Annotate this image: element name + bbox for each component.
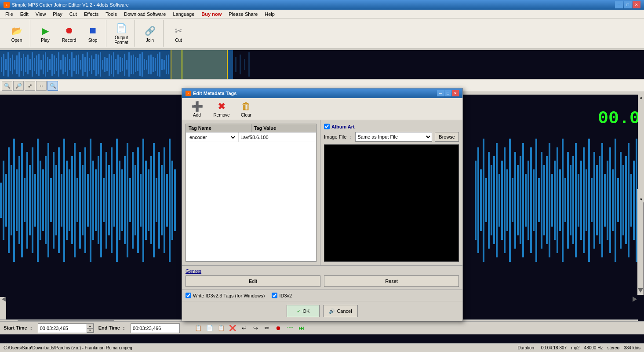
ok-button[interactable]: ✓ OK	[287, 305, 320, 317]
id3v2-checkbox[interactable]	[272, 293, 277, 298]
album-art-preview	[324, 144, 459, 262]
add-tag-label: Add	[193, 113, 201, 117]
album-art-label: Album Art	[331, 124, 355, 129]
dialog-minimize-button[interactable]: ─	[437, 90, 444, 96]
cancel-button[interactable]: 🔊 Cancel	[323, 305, 357, 317]
col-tag-value: Tag Value	[251, 124, 317, 132]
table-row: encoder title artist album year comment …	[186, 132, 316, 142]
id3-options: Write ID3v2.3 Tags (for Windows) ID3v2	[182, 290, 462, 301]
remove-tag-button[interactable]: ✖ Remove	[210, 100, 233, 118]
dialog-window-controls: ─ □ ✕	[437, 90, 459, 96]
genres-section: Genres Edit Reset	[182, 265, 462, 290]
cancel-label: Cancel	[337, 308, 352, 314]
id3v2-label: ID3v2	[279, 293, 292, 298]
tag-name-select[interactable]: encoder title artist album year comment …	[188, 134, 236, 140]
tag-value-text: Lavf58.6.100	[240, 135, 269, 140]
ok-label: OK	[302, 308, 309, 314]
write-id3v23-label: Write ID3v2.3 Tags (for Windows)	[193, 293, 265, 298]
clear-tags-label: Clear	[241, 113, 251, 117]
album-art-section: Album Art	[324, 124, 459, 129]
image-file-label: Image File ：	[324, 134, 353, 140]
genres-label[interactable]: Genres	[186, 268, 459, 274]
dialog-body: Tag Name Tag Value encoder title artist …	[182, 120, 462, 265]
tag-name-cell[interactable]: encoder title artist album year comment …	[186, 132, 239, 142]
tag-table-header: Tag Name Tag Value	[186, 124, 317, 132]
dialog-close-button[interactable]: ✕	[452, 90, 459, 96]
album-art-panel: Album Art Image File ： Same as Input Fil…	[320, 120, 462, 265]
write-id3v23-option: Write ID3v2.3 Tags (for Windows)	[186, 293, 265, 298]
cancel-icon: 🔊	[329, 308, 335, 314]
tag-panel: Tag Name Tag Value encoder title artist …	[182, 120, 320, 265]
col-tag-name: Tag Name	[186, 124, 251, 132]
write-id3v23-checkbox[interactable]	[186, 293, 191, 298]
clear-tags-button[interactable]: 🗑 Clear	[235, 100, 258, 118]
dialog-footer: ✓ OK 🔊 Cancel	[182, 301, 462, 321]
tag-value-cell: Lavf58.6.100	[239, 132, 316, 142]
image-file-row: Image File ： Same as Input File Custom F…	[324, 132, 459, 142]
genres-reset-button[interactable]: Reset	[324, 275, 459, 287]
ok-icon: ✓	[297, 308, 301, 314]
dialog-title-icon: ♪	[186, 91, 191, 96]
remove-tag-icon: ✖	[218, 101, 226, 112]
album-art-checkbox[interactable]	[324, 124, 330, 129]
remove-tag-label: Remove	[213, 113, 229, 117]
edit-metadata-dialog: ♪ Edit Metadata Tags ─ □ ✕ ➕ Add ✖ Remov…	[182, 88, 463, 321]
dialog-title-bar: ♪ Edit Metadata Tags ─ □ ✕	[182, 88, 462, 98]
genres-buttons: Edit Reset	[186, 275, 459, 287]
image-file-select[interactable]: Same as Input File Custom File	[355, 132, 432, 142]
id3v2-option: ID3v2	[272, 293, 292, 298]
genres-edit-button[interactable]: Edit	[186, 275, 320, 287]
add-tag-icon: ➕	[191, 101, 203, 112]
browse-button[interactable]: Browse	[435, 132, 459, 142]
add-tag-button[interactable]: ➕ Add	[186, 100, 208, 118]
dialog-title-text: Edit Metadata Tags	[193, 91, 236, 96]
tag-table-body: encoder title artist album year comment …	[186, 132, 317, 262]
dialog-toolbar: ➕ Add ✖ Remove 🗑 Clear	[182, 98, 462, 120]
dialog-maximize-button[interactable]: □	[444, 90, 451, 96]
clear-tags-icon: 🗑	[241, 101, 251, 112]
